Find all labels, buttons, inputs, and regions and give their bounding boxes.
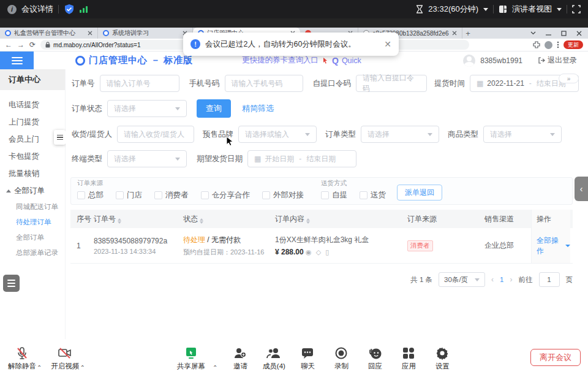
mic-options-caret[interactable]: ⌃ [37,364,42,371]
video-options-caret[interactable]: ⌃ [80,364,85,371]
toast-close-icon[interactable]: ✕ [384,39,391,49]
checkbox-consumer[interactable]: 消费者 [154,190,189,200]
checkbox-warehouse-share[interactable]: 仓分享合作 [201,190,251,200]
checkbox-external[interactable]: 外部对接 [262,190,304,200]
sidebar-group-all-orders[interactable]: 全部订单 [0,182,65,199]
col-content[interactable]: 订单内容 [275,214,389,224]
phone-input[interactable]: 请输入手机号码 [225,75,303,92]
receiver-input[interactable]: 请输入收货/提货人 [117,126,194,143]
record-icon [334,346,348,360]
share-screen-button[interactable]: 共享屏幕 [174,346,208,371]
sidebar-section-title: 订单中心 [0,69,65,90]
quick-entry-link[interactable]: 更快捷的券卡查询入口 [242,55,318,66]
settings-button[interactable]: 设置 [429,346,456,371]
window-close-icon[interactable] [576,31,582,36]
record-button[interactable]: 录制 [328,346,355,371]
order-status-select[interactable]: 请选择 [107,100,187,117]
prev-page-button[interactable]: ‹ [491,275,494,284]
fullscreen-icon[interactable] [572,5,581,13]
quick-q-icon[interactable]: Q [332,56,339,66]
order-type-select[interactable]: 请选择 [361,126,439,143]
page-size-select[interactable]: 30条/页 [439,272,485,287]
tab-favicon [5,30,11,36]
right-edge-collapse-handle[interactable]: ‹ [575,177,588,201]
row-channel: 企业总部 [484,240,531,251]
user-avatar[interactable] [463,55,475,67]
dispatch-return-button[interactable]: 派单退回 [397,185,442,200]
browser-update-button[interactable]: 更新 [564,40,583,49]
tab-close-icon[interactable] [452,31,457,36]
window-menu-icon[interactable] [530,31,536,35]
pickup-code-input[interactable]: 请输入自提口令码 [356,75,427,92]
browser-tab[interactable]: 礼盒营销平台管理中心 [0,28,98,39]
logout-button[interactable]: 退出登录 [538,55,577,66]
sidebar-sub-hq-dispatch[interactable]: 总部派单记录 [0,245,65,261]
quick-label[interactable]: Quick [342,56,361,65]
current-page[interactable]: 1 [500,276,503,283]
meeting-info-icon[interactable]: i [7,5,17,14]
mic-muted-icon [16,346,28,360]
timer-dropdown-caret[interactable] [483,8,488,11]
row-order-no[interactable]: 83859345088979792a 2023-11-13 14:33:34 [94,237,183,255]
forward-icon[interactable]: → [17,41,24,48]
reactions-button[interactable]: 回应 [361,346,388,371]
reload-icon[interactable]: ⟳ [29,41,36,48]
sort-icon[interactable] [306,218,310,224]
members-button[interactable]: 成员(4) [260,346,287,371]
simple-filter-link[interactable]: 精简筛选 [242,103,274,114]
leave-meeting-button[interactable]: 离开会议 [530,349,581,366]
browser-tab[interactable]: 系统培训学习 [98,28,193,39]
chevron-down-icon [565,245,570,247]
window-minimize-icon[interactable] [546,31,551,36]
view-mode-label[interactable]: 演讲者视图 [512,4,552,15]
profile-avatar-icon[interactable] [545,41,552,49]
goods-type-select[interactable]: 请选择 [483,126,562,143]
sidebar-item-card-pickup[interactable]: 卡包提货 [0,148,65,165]
start-video-button[interactable]: 开启视频 [48,346,82,371]
brand-select[interactable]: 请选择或输入 [238,126,317,143]
search-button[interactable]: 查询 [197,99,231,118]
checkbox-store[interactable]: 门店 [116,190,142,200]
extensions-icon[interactable] [533,41,540,48]
all-actions-dropdown[interactable]: 全部操作 [537,235,570,256]
window-maximize-icon[interactable] [561,31,567,36]
new-tab-button[interactable]: + [462,28,473,39]
security-shield-icon[interactable] [64,4,75,15]
checkbox-icon [360,191,368,199]
unmute-button[interactable]: 解除静音 [5,346,39,371]
chat-button[interactable]: 聊天 [294,346,321,371]
checkbox-hq[interactable]: 总部 [77,190,104,200]
sidebar-item-batch-verify[interactable]: 批量核销 [0,165,65,182]
sidebar-item-door-pickup[interactable]: 上门提货 [0,113,65,131]
tab-close-icon[interactable] [88,31,92,36]
apps-button[interactable]: 应用 [395,346,422,371]
order-type-label: 订单类型 [325,129,356,140]
sort-icon[interactable] [118,218,121,224]
order-no-input[interactable]: 请输入订单号 [100,75,179,92]
col-status[interactable]: 状态 [183,214,275,224]
checkbox-self-pickup[interactable]: 自提 [321,190,347,200]
view-dropdown-caret[interactable] [557,8,562,11]
terminal-type-select[interactable]: 请选择 [107,150,187,167]
row-action[interactable]: 全部操作 [531,228,570,263]
sidebar-sub-pending-orders[interactable]: 待处理订单 [0,215,65,230]
menu-toggle-button[interactable] [0,52,34,69]
invite-button[interactable]: 邀请 [227,346,254,371]
sort-icon[interactable] [200,218,203,224]
floating-list-widget[interactable] [3,275,20,292]
screen: i 会议详情 23:32(60分钟) 演讲者视图 礼盒营销平台管理中心 [0,0,588,374]
sidebar-sub-city-delivery[interactable]: 同城配送订单 [0,199,65,215]
checkbox-delivery[interactable]: 送货 [360,190,386,200]
browser-menu-icon[interactable] [557,41,559,48]
back-icon[interactable]: ← [5,41,12,48]
sidebar-item-phone-pickup[interactable]: 电话提货 [0,96,65,113]
collapse-filters-button[interactable]: » [559,74,579,83]
sidebar-drag-handle[interactable] [54,130,66,145]
goto-page-input[interactable]: 1 [539,272,560,287]
sidebar-sub-all-orders[interactable]: 全部订单 [0,230,65,245]
next-page-button[interactable]: › [510,275,513,284]
ship-date-range[interactable]: ▦ 开始日期 - 结束日期 [247,150,356,167]
meeting-details-label[interactable]: 会议详情 [21,4,53,15]
col-order-no[interactable]: 订单号 [94,214,183,224]
share-options-caret[interactable]: ⌃ [213,364,217,371]
